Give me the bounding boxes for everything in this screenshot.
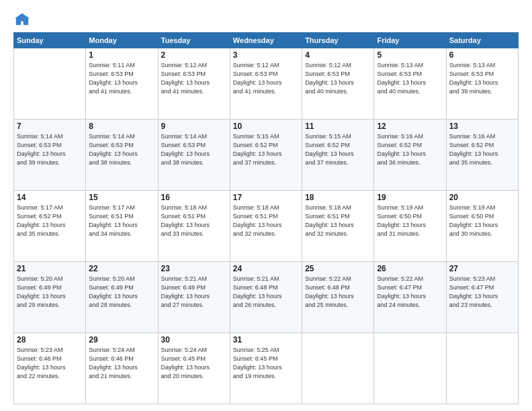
cell-info: Sunrise: 5:22 AM Sunset: 6:47 PM Dayligh… <box>377 275 443 310</box>
day-number: 27 <box>449 264 515 273</box>
cell-info: Sunrise: 5:14 AM Sunset: 6:53 PM Dayligh… <box>17 132 83 167</box>
day-of-week-header: Tuesday <box>158 33 230 48</box>
cell-info: Sunrise: 5:12 AM Sunset: 6:53 PM Dayligh… <box>233 61 299 96</box>
calendar-cell <box>446 333 518 404</box>
calendar-cell: 15Sunrise: 5:17 AM Sunset: 6:51 PM Dayli… <box>86 191 158 262</box>
day-number: 26 <box>377 264 443 273</box>
calendar-cell: 7Sunrise: 5:14 AM Sunset: 6:53 PM Daylig… <box>14 120 86 191</box>
day-number: 16 <box>161 193 227 202</box>
cell-info: Sunrise: 5:18 AM Sunset: 6:51 PM Dayligh… <box>161 203 227 238</box>
calendar-week-row: 14Sunrise: 5:17 AM Sunset: 6:52 PM Dayli… <box>14 191 519 262</box>
calendar-cell: 31Sunrise: 5:25 AM Sunset: 6:45 PM Dayli… <box>230 333 302 404</box>
cell-info: Sunrise: 5:16 AM Sunset: 6:52 PM Dayligh… <box>449 132 515 167</box>
calendar-cell: 25Sunrise: 5:22 AM Sunset: 6:48 PM Dayli… <box>302 262 374 333</box>
calendar-cell: 16Sunrise: 5:18 AM Sunset: 6:51 PM Dayli… <box>158 191 230 262</box>
day-of-week-header: Monday <box>86 33 158 48</box>
day-of-week-header: Wednesday <box>230 33 302 48</box>
cell-info: Sunrise: 5:18 AM Sunset: 6:51 PM Dayligh… <box>233 203 299 238</box>
day-number: 30 <box>161 335 227 345</box>
calendar-cell: 3Sunrise: 5:12 AM Sunset: 6:53 PM Daylig… <box>230 48 302 120</box>
cell-info: Sunrise: 5:15 AM Sunset: 6:52 PM Dayligh… <box>233 132 299 167</box>
cell-info: Sunrise: 5:13 AM Sunset: 6:53 PM Dayligh… <box>377 61 443 96</box>
cell-info: Sunrise: 5:25 AM Sunset: 6:45 PM Dayligh… <box>233 346 299 381</box>
calendar-cell: 13Sunrise: 5:16 AM Sunset: 6:52 PM Dayli… <box>446 120 518 191</box>
calendar-header-row: SundayMondayTuesdayWednesdayThursdayFrid… <box>14 33 519 48</box>
day-number: 15 <box>89 193 154 202</box>
cell-info: Sunrise: 5:21 AM Sunset: 6:49 PM Dayligh… <box>161 275 227 310</box>
calendar-cell: 23Sunrise: 5:21 AM Sunset: 6:49 PM Dayli… <box>158 262 230 333</box>
day-number: 7 <box>17 122 83 131</box>
logo-icon <box>15 12 30 27</box>
calendar-cell: 8Sunrise: 5:14 AM Sunset: 6:53 PM Daylig… <box>86 120 158 191</box>
day-number: 29 <box>89 335 154 345</box>
cell-info: Sunrise: 5:14 AM Sunset: 6:53 PM Dayligh… <box>161 132 227 167</box>
cell-info: Sunrise: 5:21 AM Sunset: 6:48 PM Dayligh… <box>233 275 299 310</box>
calendar-cell: 30Sunrise: 5:24 AM Sunset: 6:45 PM Dayli… <box>158 333 230 404</box>
day-number: 19 <box>377 193 443 202</box>
calendar-cell: 20Sunrise: 5:19 AM Sunset: 6:50 PM Dayli… <box>446 191 518 262</box>
day-number: 10 <box>233 122 299 131</box>
day-of-week-header: Thursday <box>302 33 374 48</box>
cell-info: Sunrise: 5:20 AM Sunset: 6:49 PM Dayligh… <box>17 275 83 310</box>
calendar-week-row: 1Sunrise: 5:11 AM Sunset: 6:53 PM Daylig… <box>14 48 519 120</box>
day-number: 2 <box>161 50 227 60</box>
calendar-cell: 4Sunrise: 5:12 AM Sunset: 6:53 PM Daylig… <box>302 48 374 120</box>
calendar-week-row: 21Sunrise: 5:20 AM Sunset: 6:49 PM Dayli… <box>14 262 519 333</box>
day-number: 14 <box>17 193 83 202</box>
day-of-week-header: Saturday <box>446 33 518 48</box>
cell-info: Sunrise: 5:11 AM Sunset: 6:53 PM Dayligh… <box>89 61 154 96</box>
calendar-cell: 9Sunrise: 5:14 AM Sunset: 6:53 PM Daylig… <box>158 120 230 191</box>
calendar-cell: 27Sunrise: 5:23 AM Sunset: 6:47 PM Dayli… <box>446 262 518 333</box>
cell-info: Sunrise: 5:24 AM Sunset: 6:46 PM Dayligh… <box>89 346 154 381</box>
calendar-cell <box>14 48 86 120</box>
calendar-cell: 11Sunrise: 5:15 AM Sunset: 6:52 PM Dayli… <box>302 120 374 191</box>
day-number: 18 <box>305 193 371 202</box>
calendar-cell: 21Sunrise: 5:20 AM Sunset: 6:49 PM Dayli… <box>14 262 86 333</box>
calendar-cell <box>374 333 446 404</box>
day-number: 22 <box>89 264 154 273</box>
cell-info: Sunrise: 5:17 AM Sunset: 6:52 PM Dayligh… <box>17 203 83 238</box>
calendar-week-row: 28Sunrise: 5:23 AM Sunset: 6:46 PM Dayli… <box>14 333 519 404</box>
calendar-cell: 22Sunrise: 5:20 AM Sunset: 6:49 PM Dayli… <box>86 262 158 333</box>
day-number: 20 <box>449 193 515 202</box>
calendar-cell: 29Sunrise: 5:24 AM Sunset: 6:46 PM Dayli… <box>86 333 158 404</box>
calendar-cell: 2Sunrise: 5:12 AM Sunset: 6:53 PM Daylig… <box>158 48 230 120</box>
calendar-body: 1Sunrise: 5:11 AM Sunset: 6:53 PM Daylig… <box>14 48 519 404</box>
cell-info: Sunrise: 5:23 AM Sunset: 6:46 PM Dayligh… <box>17 346 83 381</box>
cell-info: Sunrise: 5:17 AM Sunset: 6:51 PM Dayligh… <box>89 203 154 238</box>
cell-info: Sunrise: 5:23 AM Sunset: 6:47 PM Dayligh… <box>449 275 515 310</box>
calendar-week-row: 7Sunrise: 5:14 AM Sunset: 6:53 PM Daylig… <box>14 120 519 191</box>
day-number: 17 <box>233 193 299 202</box>
calendar-cell: 19Sunrise: 5:19 AM Sunset: 6:50 PM Dayli… <box>374 191 446 262</box>
calendar-cell: 18Sunrise: 5:18 AM Sunset: 6:51 PM Dayli… <box>302 191 374 262</box>
cell-info: Sunrise: 5:16 AM Sunset: 6:52 PM Dayligh… <box>377 132 443 167</box>
cell-info: Sunrise: 5:24 AM Sunset: 6:45 PM Dayligh… <box>161 346 227 381</box>
cell-info: Sunrise: 5:19 AM Sunset: 6:50 PM Dayligh… <box>377 203 443 238</box>
day-number: 13 <box>449 122 515 131</box>
header <box>13 12 519 27</box>
page: SundayMondayTuesdayWednesdayThursdayFrid… <box>0 0 532 411</box>
day-of-week-header: Friday <box>374 33 446 48</box>
cell-info: Sunrise: 5:12 AM Sunset: 6:53 PM Dayligh… <box>305 61 371 96</box>
calendar-cell: 12Sunrise: 5:16 AM Sunset: 6:52 PM Dayli… <box>374 120 446 191</box>
calendar-cell: 24Sunrise: 5:21 AM Sunset: 6:48 PM Dayli… <box>230 262 302 333</box>
day-number: 3 <box>233 50 299 60</box>
calendar-cell: 10Sunrise: 5:15 AM Sunset: 6:52 PM Dayli… <box>230 120 302 191</box>
cell-info: Sunrise: 5:18 AM Sunset: 6:51 PM Dayligh… <box>305 203 371 238</box>
cell-info: Sunrise: 5:13 AM Sunset: 6:53 PM Dayligh… <box>449 61 515 96</box>
calendar-cell: 6Sunrise: 5:13 AM Sunset: 6:53 PM Daylig… <box>446 48 518 120</box>
cell-info: Sunrise: 5:14 AM Sunset: 6:53 PM Dayligh… <box>89 132 154 167</box>
calendar-cell: 14Sunrise: 5:17 AM Sunset: 6:52 PM Dayli… <box>14 191 86 262</box>
calendar-cell: 1Sunrise: 5:11 AM Sunset: 6:53 PM Daylig… <box>86 48 158 120</box>
day-number: 25 <box>305 264 371 273</box>
cell-info: Sunrise: 5:19 AM Sunset: 6:50 PM Dayligh… <box>449 203 515 238</box>
day-number: 11 <box>305 122 371 131</box>
day-number: 21 <box>17 264 83 273</box>
cell-info: Sunrise: 5:20 AM Sunset: 6:49 PM Dayligh… <box>89 275 154 310</box>
calendar-cell: 5Sunrise: 5:13 AM Sunset: 6:53 PM Daylig… <box>374 48 446 120</box>
day-number: 8 <box>89 122 154 131</box>
cell-info: Sunrise: 5:15 AM Sunset: 6:52 PM Dayligh… <box>305 132 371 167</box>
day-of-week-header: Sunday <box>14 33 86 48</box>
calendar-cell: 28Sunrise: 5:23 AM Sunset: 6:46 PM Dayli… <box>14 333 86 404</box>
day-number: 6 <box>449 50 515 60</box>
